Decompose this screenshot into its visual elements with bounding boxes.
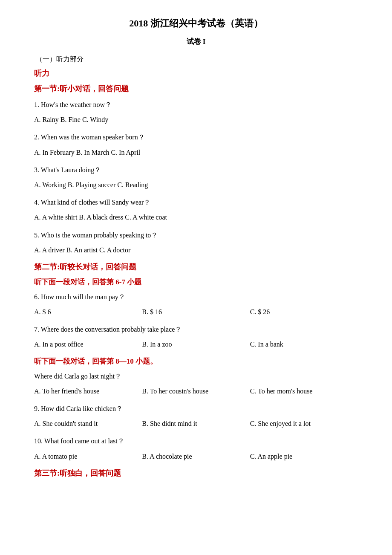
section4-heading: 第三节:听独白，回答问题 bbox=[34, 468, 358, 478]
question-4: 4. What kind of clothes will Sandy wear？ bbox=[34, 197, 358, 208]
question-8-options: A. To her friend's house B. To her cousi… bbox=[34, 385, 358, 397]
question-7: 7. Where does the conversation probably … bbox=[34, 324, 358, 335]
question-3: 3. What's Laura doing？ bbox=[34, 164, 358, 176]
question-5-options: A. A driver B. An artist C. A doctor bbox=[34, 244, 358, 256]
q6-opt-a: A. $ 6 bbox=[34, 306, 142, 318]
question-6-options: A. $ 6 B. $ 16 C. $ 26 bbox=[34, 306, 358, 318]
q7-opt-c: C. In a bank bbox=[250, 338, 358, 350]
question-1-options: A. Rainy B. Fine C. Windy bbox=[34, 114, 358, 125]
q9-opt-b: B. She didnt mind it bbox=[142, 418, 250, 429]
question-4-options: A. A white shirt B. A black dress C. A w… bbox=[34, 211, 358, 223]
q9-opt-a: A. She couldn't stand it bbox=[34, 418, 142, 429]
main-title: 2018 浙江绍兴中考试卷（英语） bbox=[34, 17, 358, 30]
question-3-options: A. Working B. Playing soccer C. Reading bbox=[34, 179, 358, 191]
q6-opt-b: B. $ 16 bbox=[142, 306, 250, 318]
q8-opt-c: C. To her mom's house bbox=[250, 385, 358, 397]
question-8: Where did Carla go last night？ bbox=[34, 370, 358, 382]
sub-title: 试卷 I bbox=[34, 37, 358, 46]
q9-opt-c: C. She enjoyed it a lot bbox=[250, 418, 358, 429]
q10-opt-b: B. A chocolate pie bbox=[142, 451, 250, 462]
section1-title: 听力 bbox=[34, 68, 358, 78]
question-2-options: A. In February B. In March C. In April bbox=[34, 147, 358, 158]
q7-opt-a: A. In a post office bbox=[34, 338, 142, 350]
question-1: 1. How's the weather now？ bbox=[34, 99, 358, 110]
q7-opt-b: B. In a zoo bbox=[142, 338, 250, 350]
question-9: 9. How did Carla like chicken？ bbox=[34, 403, 358, 414]
subsec1-heading: 听下面一段对话，回答第 6-7 小题 bbox=[34, 277, 358, 287]
section1-header: （一）听力部分 bbox=[36, 55, 358, 64]
question-10: 10. What food came out at last？ bbox=[34, 435, 358, 447]
subsec2-heading: 听下面一段对话，回答第 8—10 小题。 bbox=[34, 356, 358, 366]
question-5: 5. Who is the woman probably speaking to… bbox=[34, 229, 358, 241]
q8-opt-b: B. To her cousin's house bbox=[142, 385, 250, 397]
question-6: 6. How much will the man pay？ bbox=[34, 291, 358, 303]
q10-opt-c: C. An apple pie bbox=[250, 451, 358, 462]
section3-heading: 第二节:听较长对话，回答问题 bbox=[34, 262, 358, 272]
question-10-options: A. A tomato pie B. A chocolate pie C. An… bbox=[34, 451, 358, 462]
q10-opt-a: A. A tomato pie bbox=[34, 451, 142, 462]
q6-opt-c: C. $ 26 bbox=[250, 306, 358, 318]
q8-opt-a: A. To her friend's house bbox=[34, 385, 142, 397]
question-7-options: A. In a post office B. In a zoo C. In a … bbox=[34, 338, 358, 350]
section2-heading: 第一节:听小对话，回答问题 bbox=[34, 84, 358, 94]
question-9-options: A. She couldn't stand it B. She didnt mi… bbox=[34, 418, 358, 429]
question-2: 2. When was the woman speaker born？ bbox=[34, 131, 358, 143]
